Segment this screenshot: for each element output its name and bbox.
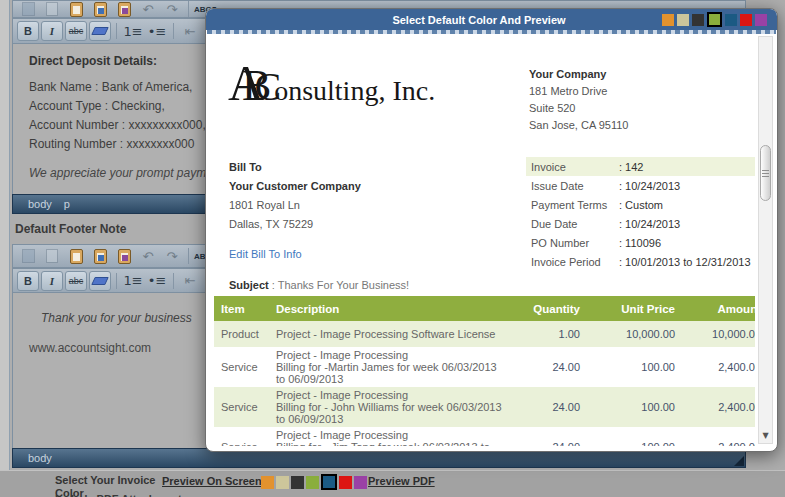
table-row: Product Project - Image Processing Softw… xyxy=(214,321,755,347)
preview-on-screen-link[interactable]: Preview On Screen xyxy=(162,475,262,487)
bill-to-address2: Dallas, TX 75229 xyxy=(229,215,361,234)
dialog-scrollbar[interactable]: ▼ xyxy=(758,36,773,444)
dialog-header: Select Default Color And Preview xyxy=(206,9,777,30)
redo-icon[interactable]: ↷ xyxy=(161,0,183,18)
bold-button[interactable]: B xyxy=(17,21,39,41)
color-swatch-green[interactable] xyxy=(306,476,319,489)
detail-row-invoice-period: Invoice Period: 10/01/2013 to 12/31/2013 xyxy=(526,252,755,271)
company-address3: San Jose, CA 95110 xyxy=(529,117,628,134)
paste-icon[interactable] xyxy=(65,0,87,18)
bill-to-address1: 1801 Royal Ln xyxy=(229,196,361,215)
bullet-list-button[interactable]: •≡ xyxy=(146,271,168,291)
detail-row-due-date: Due Date: 10/24/2013 xyxy=(526,214,755,233)
company-address2: Suite 520 xyxy=(529,100,628,117)
detail-row-po-number: PO Number: 110096 xyxy=(526,233,755,252)
detail-row-invoice: Invoice: 142 xyxy=(526,157,755,176)
cut-icon[interactable] xyxy=(17,0,39,18)
color-swatch-tan[interactable] xyxy=(677,14,689,26)
copy-icon[interactable] xyxy=(41,0,63,18)
scrollbar-thumb[interactable] xyxy=(760,145,771,201)
preview-pdf-link[interactable]: Preview PDF xyxy=(368,475,435,487)
italic-button[interactable]: I xyxy=(41,271,63,291)
color-swatch-purple[interactable] xyxy=(354,476,367,489)
bill-to-name: Your Customer Company xyxy=(229,177,361,196)
paste-icon[interactable] xyxy=(65,246,87,266)
bullet-list-button[interactable]: •≡ xyxy=(146,21,168,41)
color-preview-dialog: Select Default Color And Preview ABConsu… xyxy=(205,8,778,452)
default-footer-note-label: Default Footer Note xyxy=(15,222,126,236)
eraser-icon xyxy=(91,27,109,35)
invoice-color-swatches xyxy=(261,474,367,490)
dialog-title: Select Default Color And Preview xyxy=(206,14,662,26)
color-swatch-blue-selected[interactable] xyxy=(321,474,337,490)
bold-button[interactable]: B xyxy=(17,271,39,291)
color-swatch-black[interactable] xyxy=(692,14,704,26)
italic-button[interactable]: I xyxy=(41,21,63,41)
undo-icon[interactable]: ↶ xyxy=(137,0,159,18)
paste-text-icon[interactable] xyxy=(89,0,111,18)
header-dashed-divider xyxy=(207,30,776,34)
invoice-color-bar: Select Your Invoice Color Preview On Scr… xyxy=(0,470,785,497)
your-company-block: Your Company 181 Metro Drive Suite 520 S… xyxy=(529,66,628,134)
company-name: Your Company xyxy=(529,66,628,83)
table-header-row: Item Description Quantity Unit Price Amo… xyxy=(214,296,755,321)
numbered-list-button[interactable]: 1≡ xyxy=(122,271,144,291)
table-row: Service Project - Image ProcessingBillin… xyxy=(214,387,755,427)
header-color-swatches xyxy=(662,12,777,27)
breadcrumb-p[interactable]: p xyxy=(64,198,70,210)
color-swatch-green-selected[interactable] xyxy=(707,12,722,27)
color-swatch-blue[interactable] xyxy=(725,14,737,26)
paste-word-icon[interactable] xyxy=(113,246,135,266)
strikethrough-button[interactable]: abc xyxy=(65,21,87,41)
company-address1: 181 Metro Drive xyxy=(529,83,628,100)
detail-row-payment-terms: Payment Terms: Custom xyxy=(526,195,755,214)
cut-icon[interactable] xyxy=(17,246,39,266)
include-pdf-attachment-label: Include PDF Attachment xyxy=(55,493,182,497)
color-swatch-red[interactable] xyxy=(339,476,352,489)
numbered-list-button[interactable]: 1≡ xyxy=(122,21,144,41)
bill-to-block: Bill To Your Customer Company 1801 Royal… xyxy=(229,158,361,234)
remove-format-button[interactable] xyxy=(89,21,111,41)
color-swatch-black[interactable] xyxy=(291,476,304,489)
color-swatch-red[interactable] xyxy=(740,14,752,26)
edit-bill-to-link[interactable]: Edit Bill To Info xyxy=(229,248,302,260)
invoice-preview: ABConsulting, Inc. Your Company 181 Metr… xyxy=(214,36,755,446)
undo-icon[interactable]: ↶ xyxy=(137,246,159,266)
copy-icon[interactable] xyxy=(41,246,63,266)
remove-format-button[interactable] xyxy=(89,271,111,291)
outdent-button[interactable]: ⇤ xyxy=(179,271,201,291)
table-row: Service Project - Image ProcessingBillin… xyxy=(214,347,755,387)
breadcrumb-body[interactable]: body xyxy=(28,452,52,464)
breadcrumb-body[interactable]: body xyxy=(28,198,52,210)
outdent-button[interactable]: ⇤ xyxy=(179,21,201,41)
color-swatch-tan[interactable] xyxy=(276,476,289,489)
redo-icon[interactable]: ↷ xyxy=(161,246,183,266)
paste-word-icon[interactable] xyxy=(113,0,135,18)
left-gutter xyxy=(0,0,10,497)
scrollbar-down-arrow-icon[interactable]: ▼ xyxy=(759,428,772,443)
subject-line: Subject : Thanks For Your Business! xyxy=(229,279,409,291)
resize-grip-icon[interactable] xyxy=(734,456,744,466)
strikethrough-button[interactable]: abc xyxy=(65,271,87,291)
invoice-details-block: Invoice: 142 Issue Date: 10/24/2013 Paym… xyxy=(526,157,755,271)
color-swatch-orange[interactable] xyxy=(261,476,274,489)
color-swatch-orange[interactable] xyxy=(662,14,674,26)
color-swatch-purple[interactable] xyxy=(755,14,767,26)
company-logo: ABConsulting, Inc. xyxy=(228,54,435,112)
invoice-items-table: Item Description Quantity Unit Price Amo… xyxy=(214,296,755,446)
eraser-icon xyxy=(91,277,109,285)
table-row: Service Project - Image ProcessingBillin… xyxy=(214,427,755,446)
detail-row-issue-date: Issue Date: 10/24/2013 xyxy=(526,176,755,195)
paste-text-icon[interactable] xyxy=(89,246,111,266)
bill-to-heading: Bill To xyxy=(229,158,361,177)
